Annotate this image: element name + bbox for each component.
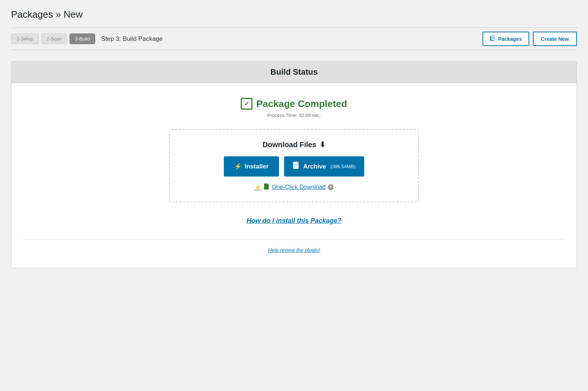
one-click-label: One-Click Download: [272, 184, 326, 191]
installer-button[interactable]: ⚡ Installer: [224, 156, 279, 177]
packages-button[interactable]: Packages: [483, 32, 529, 46]
one-click-help-icon[interactable]: ?: [328, 184, 334, 190]
step2-button[interactable]: 2-Scan: [41, 33, 67, 44]
file-icon-archive: [293, 161, 300, 171]
card-header-title: Build Status: [17, 67, 571, 77]
header-actions: Packages Create New: [483, 32, 577, 46]
check-icon: ✓: [241, 98, 252, 110]
completed-section: ✓ Package Completed Process Time: 32.89 …: [22, 98, 566, 118]
current-step-label: Step 3: Build Package: [101, 35, 162, 43]
card-header: Build Status: [11, 61, 577, 83]
card-body: ✓ Package Completed Process Time: 32.89 …: [11, 83, 577, 268]
lightning-icon-installer: ⚡: [234, 163, 242, 170]
step1-button[interactable]: 1-Setup: [11, 33, 39, 44]
create-new-button[interactable]: Create New: [533, 32, 577, 46]
header-bar: 1-Setup 2-Scan 3-Build Step 3: Build Pac…: [11, 28, 577, 50]
download-files-label: Download Files: [262, 141, 316, 149]
one-click-download-link[interactable]: ⚡ One-Click Download ?: [181, 183, 407, 191]
packages-button-label: Packages: [498, 36, 522, 42]
lightning-icon-oneclick: ⚡: [254, 184, 262, 191]
archive-size: (396.54MB): [330, 164, 355, 169]
packages-file-icon: [490, 35, 496, 42]
archive-button-label: Archive: [303, 163, 326, 170]
help-install-link[interactable]: How do I install this Package?: [22, 217, 566, 225]
completed-title: ✓ Package Completed: [22, 98, 566, 110]
footer-divider: [22, 239, 566, 240]
process-time: Process Time: 32.89 sec.: [22, 113, 566, 118]
step3-button[interactable]: 3-Build: [69, 33, 95, 44]
download-title: Download Files ⬇: [181, 140, 407, 149]
main-card: Build Status ✓ Package Completed Process…: [11, 61, 577, 268]
file-icon-oneclick: [264, 183, 270, 191]
download-arrow-icon: ⬇: [319, 140, 326, 149]
help-review-link[interactable]: Help review the plugin!: [22, 247, 566, 253]
installer-button-label: Installer: [245, 163, 269, 170]
steps-area: 1-Setup 2-Scan 3-Build Step 3: Build Pac…: [11, 33, 163, 44]
archive-button[interactable]: Archive (396.54MB): [284, 156, 364, 177]
completed-title-text: Package Completed: [256, 98, 347, 110]
download-section: Download Files ⬇ ⚡ Installer: [169, 129, 419, 202]
page-title: Packages » New: [11, 9, 577, 20]
download-buttons: ⚡ Installer Archive: [181, 156, 407, 177]
